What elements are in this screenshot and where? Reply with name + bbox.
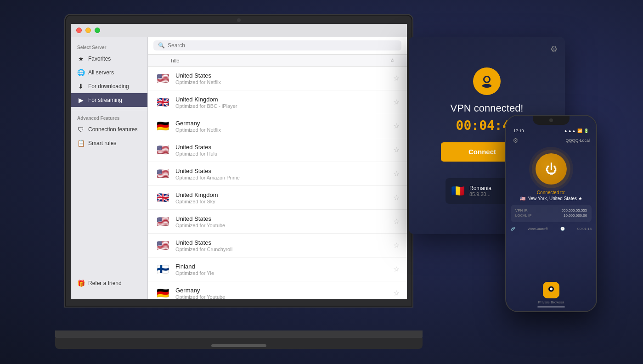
- sidebar-item-streaming-label: For streaming: [88, 97, 122, 103]
- table-row[interactable]: 🇺🇸 United States Optimized for Netflix ☆: [148, 67, 407, 90]
- phone-signal-icon: ▲▲▲: [564, 129, 576, 133]
- phone-status-icons: ▲▲▲ 📶 🔋: [564, 129, 589, 133]
- table-row[interactable]: 🇬🇧 United Kingdom Optimized for BBC - iP…: [148, 90, 407, 114]
- server-subtitle-8: Optimized for Crunchyroll: [175, 246, 388, 252]
- favorite-star-2[interactable]: ☆: [393, 98, 400, 106]
- sidebar-item-all-servers-label: All servers: [88, 69, 114, 76]
- flag-de-2: 🇩🇪: [155, 287, 170, 299]
- download-icon: ⬇: [77, 83, 85, 90]
- server-info-5: United States Optimized for Amazon Prime: [175, 168, 388, 180]
- table-row[interactable]: 🇬🇧 United Kingdom Optimized for Sky ☆: [148, 186, 407, 210]
- favorite-star-5[interactable]: ☆: [393, 169, 400, 178]
- advanced-features-label: Advanced Features: [71, 113, 147, 123]
- server-info-1: United States Optimized for Netflix: [175, 72, 388, 85]
- table-row[interactable]: 🇺🇸 United States Optimized for Youtube ☆: [148, 210, 407, 234]
- phone-vpn-ip-label: VPN IP:: [515, 208, 528, 213]
- phone-toolbar: ⚙ QQQQ-Local: [506, 135, 596, 146]
- search-bar-container: 🔍: [148, 37, 407, 55]
- server-name-8: United States: [175, 239, 388, 246]
- svg-point-3: [482, 84, 492, 88]
- table-row[interactable]: 🇺🇸 United States Optimized for Hulu ☆: [148, 138, 407, 162]
- sidebar-item-smart-rules-label: Smart rules: [88, 140, 116, 146]
- cyberghost-logo-svg: [479, 73, 495, 90]
- favorite-star-4[interactable]: ☆: [393, 146, 400, 154]
- phone-vpn-ip-row: VPN IP: 555.555.55.555: [515, 208, 587, 213]
- server-name-9: Finland: [175, 263, 388, 270]
- sidebar-item-favorites[interactable]: ★ Favorites: [71, 52, 147, 66]
- flag-uk-2: 🇬🇧: [155, 192, 170, 204]
- server-name-6: United Kingdom: [175, 191, 388, 198]
- sidebar-item-downloading-label: For downloading: [88, 83, 129, 90]
- flag-us-5: 🇺🇸: [155, 240, 170, 252]
- us-flag-phone: 🇺🇸: [520, 196, 525, 201]
- server-name-4: United States: [175, 144, 388, 151]
- traffic-light-close[interactable]: [76, 28, 82, 33]
- window-titlebar: [71, 24, 407, 37]
- connect-button-label: Connect: [468, 148, 496, 156]
- table-row[interactable]: 🇺🇸 United States Optimized for Amazon Pr…: [148, 162, 407, 186]
- power-icon: ⏻: [545, 162, 557, 176]
- flag-us-4: 🇺🇸: [155, 216, 170, 228]
- romania-flag: 🇷🇴: [451, 185, 465, 197]
- table-row[interactable]: 🇺🇸 United States Optimized for Crunchyro…: [148, 234, 407, 258]
- laptop-hinge: [211, 344, 266, 347]
- server-info-8: United States Optimized for Crunchyroll: [175, 239, 388, 252]
- server-info-2: United Kingdom Optimized for BBC - iPlay…: [175, 96, 388, 109]
- favorite-star-3[interactable]: ☆: [393, 122, 400, 130]
- stream-icon: ▶: [77, 96, 85, 104]
- sidebar-item-refer[interactable]: 🎁 Refer a friend: [71, 276, 147, 290]
- table-header: Title ☆: [148, 55, 407, 67]
- search-icon: 🔍: [158, 42, 165, 49]
- sidebar-item-all-servers[interactable]: 🌐 All servers: [71, 66, 147, 79]
- sidebar-item-smart-rules[interactable]: 📋 Smart rules: [71, 136, 147, 150]
- mac-window: Select Server ★ Favorites 🌐 All servers …: [71, 24, 407, 299]
- cyberghost-logo: [473, 67, 501, 95]
- server-info-6: United Kingdom Optimized for Sky: [175, 191, 388, 204]
- phone-body: 17:10 ▲▲▲ 📶 🔋 ⚙ QQQQ-Local ⏻ Connected t…: [505, 115, 597, 312]
- phone-app-label: Private Browser: [538, 300, 564, 304]
- phone-gear-icon[interactable]: ⚙: [513, 137, 519, 144]
- sidebar-item-connection-label: Connection features: [88, 126, 137, 133]
- laptop-body: Select Server ★ Favorites 🌐 All servers …: [55, 14, 423, 326]
- sidebar-bottom: 🎁 Refer a friend: [71, 273, 147, 294]
- laptop-camera: [237, 18, 241, 22]
- phone-bottom-bar: Private Browser: [506, 282, 596, 311]
- gear-icon[interactable]: ⚙: [550, 44, 558, 54]
- phone-vpn-ip-value: 555.555.55.555: [562, 208, 587, 213]
- server-subtitle-3: Optimized for Netflix: [175, 127, 388, 133]
- table-row[interactable]: 🇩🇪 Germany Optimized for Netflix ☆: [148, 114, 407, 138]
- phone-app-icon[interactable]: [543, 282, 559, 298]
- phone-protocol-label: WireGuard®: [528, 227, 548, 231]
- rules-icon: 📋: [77, 140, 85, 147]
- server-subtitle-10: Optimized for Youtube: [175, 294, 388, 300]
- server-info-7: United States Optimized for Youtube: [175, 215, 388, 228]
- phone-front-camera: [549, 118, 553, 122]
- traffic-light-maximize[interactable]: [95, 28, 100, 33]
- sidebar-item-downloading[interactable]: ⬇ For downloading: [71, 79, 147, 93]
- favorite-star-6[interactable]: ☆: [393, 193, 400, 202]
- favorite-star-7[interactable]: ☆: [393, 217, 400, 226]
- phone-power-button[interactable]: ⏻: [536, 153, 567, 185]
- phone-wifi-label: QQQQ-Local: [565, 138, 590, 143]
- traffic-light-minimize[interactable]: [85, 28, 91, 33]
- sidebar-item-streaming[interactable]: ▶ For streaming: [71, 93, 147, 107]
- laptop-base: [55, 330, 423, 349]
- favorite-star-8[interactable]: ☆: [393, 241, 400, 250]
- favorite-star-9[interactable]: ☆: [393, 265, 400, 274]
- server-subtitle-2: Optimized for BBC - iPlayer: [175, 103, 388, 109]
- table-row[interactable]: 🇩🇪 Germany Optimized for Youtube ☆: [148, 281, 407, 299]
- server-name-5: United States: [175, 168, 388, 174]
- server-info-3: Germany Optimized for Netflix: [175, 120, 388, 133]
- server-name-2: United Kingdom: [175, 96, 388, 103]
- flag-fi-1: 🇫🇮: [155, 263, 170, 275]
- favorite-star-10[interactable]: ☆: [393, 289, 400, 297]
- server-subtitle-6: Optimized for Sky: [175, 199, 388, 204]
- flag-us-2: 🇺🇸: [155, 144, 170, 156]
- sidebar-item-connection-features[interactable]: 🛡 Connection features: [71, 123, 147, 136]
- table-row[interactable]: 🇫🇮 Finland Optimized for Yle ☆: [148, 258, 407, 281]
- phone-local-ip-label: LOCAL IP:: [515, 213, 533, 218]
- favorites-icon: ★: [77, 55, 85, 62]
- favorite-star-1[interactable]: ☆: [393, 74, 400, 83]
- search-input[interactable]: [168, 42, 397, 49]
- server-subtitle-1: Optimized for Netflix: [175, 79, 388, 85]
